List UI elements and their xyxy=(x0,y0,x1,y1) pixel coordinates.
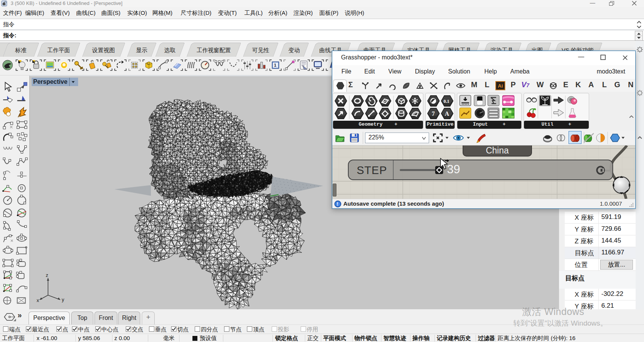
svg-text:!: ! xyxy=(337,201,338,207)
svg-text:y: y xyxy=(62,297,64,302)
svg-text:1: 1 xyxy=(274,63,276,67)
svg-text:U: U xyxy=(147,62,150,66)
svg-text:A: A xyxy=(445,110,449,117)
svg-text:x: x xyxy=(37,297,39,303)
svg-text:0.1: 0.1 xyxy=(444,99,449,104)
svg-text:z: z xyxy=(46,272,48,278)
svg-text:7: 7 xyxy=(432,110,435,117)
